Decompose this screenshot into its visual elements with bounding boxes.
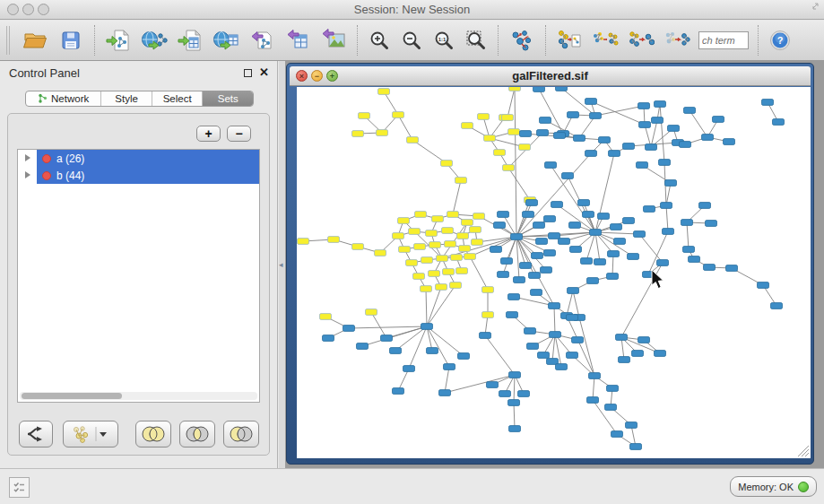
graph-node — [545, 162, 557, 169]
graph-node — [585, 151, 597, 157]
status-bar: Memory: OK — [0, 468, 824, 504]
venn-difference-button[interactable] — [223, 421, 259, 448]
graph-node — [607, 274, 619, 280]
control-panel-header: Control Panel ✕ — [0, 61, 277, 86]
network-graph[interactable] — [297, 87, 811, 458]
graph-node — [494, 222, 506, 229]
import-table-file-button[interactable] — [172, 22, 208, 58]
import-network-file-button[interactable] — [100, 22, 136, 58]
create-set-from-network-icon — [71, 425, 94, 443]
tab-style[interactable]: Style — [101, 91, 152, 106]
zoom-selected-button[interactable] — [460, 22, 492, 58]
graph-node — [451, 255, 463, 261]
graph-node — [590, 113, 602, 119]
import-table-url-button[interactable] — [208, 22, 244, 58]
remove-set-button[interactable]: − — [227, 126, 251, 142]
import-table-file-icon — [178, 29, 203, 52]
list-item[interactable]: a (26) — [18, 150, 259, 167]
graph-node — [657, 260, 669, 266]
graph-node — [680, 142, 691, 148]
graph-node — [464, 254, 476, 260]
disclosure-triangle-icon[interactable] — [25, 154, 30, 161]
help-icon: ? — [769, 30, 791, 51]
graph-node — [587, 278, 599, 284]
graph-node — [632, 351, 644, 357]
graph-node — [503, 165, 515, 171]
memory-status-button[interactable]: Memory: OK — [730, 476, 817, 497]
graph-node — [554, 133, 566, 139]
graph-node — [531, 290, 542, 296]
extract-set-button[interactable] — [19, 421, 53, 448]
zoom-out-icon — [401, 30, 422, 51]
apply-layout-icon — [509, 29, 534, 52]
network-tab-icon — [38, 93, 48, 104]
graph-node — [470, 227, 481, 233]
close-panel-icon[interactable]: ✕ — [259, 65, 269, 79]
open-session-button[interactable] — [17, 22, 53, 58]
graph-node — [375, 250, 386, 256]
export-network-button[interactable] — [244, 22, 280, 58]
merge-union-button[interactable] — [587, 22, 623, 58]
list-item[interactable]: b (44) — [18, 167, 259, 184]
add-set-button[interactable]: + — [196, 126, 221, 142]
venn-union-button[interactable] — [135, 421, 171, 448]
merge-difference-button[interactable] — [659, 22, 695, 58]
horizontal-scrollbar[interactable] — [20, 392, 257, 400]
zoom-in-button[interactable] — [363, 22, 395, 58]
graph-node — [427, 348, 438, 354]
panel-collapse-handle[interactable]: ◂ — [279, 61, 285, 468]
venn-intersection-button[interactable] — [179, 421, 215, 448]
float-panel-icon[interactable] — [244, 69, 252, 77]
merge-intersection-button[interactable] — [623, 22, 659, 58]
tab-network-label: Network — [51, 93, 89, 104]
zoom-fit-button[interactable]: 1:1 — [428, 22, 460, 58]
graph-node — [494, 150, 506, 156]
graph-node — [541, 267, 552, 274]
export-image-button[interactable] — [316, 22, 351, 58]
graph-node — [607, 386, 619, 392]
save-session-button[interactable] — [53, 22, 89, 58]
graph-node — [549, 303, 560, 309]
graph-node — [407, 137, 419, 143]
resize-grip-icon[interactable] — [798, 446, 809, 456]
export-table-button[interactable] — [280, 22, 316, 58]
scrollbar-thumb[interactable] — [22, 393, 122, 399]
graph-node — [414, 244, 426, 250]
graph-node — [514, 277, 525, 283]
zoom-out-button[interactable] — [395, 22, 428, 58]
tab-sets[interactable]: Sets — [203, 91, 253, 106]
graph-node — [482, 312, 494, 318]
window-title: Session: New Session — [0, 0, 824, 20]
graph-node — [626, 422, 638, 429]
graph-node — [699, 203, 711, 209]
graph-node — [462, 123, 473, 129]
import-network-url-button[interactable] — [136, 22, 172, 58]
tab-select[interactable]: Select — [152, 91, 204, 106]
set-label: a (26) — [56, 152, 84, 165]
import-table-url-icon — [213, 29, 239, 52]
graph-node — [499, 391, 511, 397]
graph-node — [683, 247, 695, 253]
network-window[interactable]: × − + galFiltered.sif — [286, 63, 814, 465]
checklist-icon — [13, 481, 26, 494]
graph-node — [630, 444, 642, 450]
graph-node — [684, 108, 696, 114]
graph-node — [568, 288, 579, 294]
import-network-file-icon — [106, 29, 131, 52]
help-button[interactable]: ? — [764, 22, 796, 58]
zoom-1to1-icon: 1:1 — [433, 30, 455, 51]
disclosure-triangle-icon[interactable] — [25, 171, 30, 178]
graph-node — [445, 241, 456, 248]
control-panel-title: Control Panel — [9, 66, 80, 80]
network-window-titlebar[interactable]: × − + galFiltered.sif — [290, 66, 811, 86]
apply-layout-button[interactable] — [504, 22, 540, 58]
create-set-split-button[interactable] — [63, 421, 118, 448]
copy-network-icon — [557, 29, 582, 52]
search-input[interactable] — [698, 31, 749, 49]
task-history-button[interactable] — [9, 477, 30, 498]
graph-node — [567, 315, 578, 321]
toolbar-separator — [94, 25, 95, 56]
tab-network[interactable]: Network — [26, 91, 101, 106]
graph-node — [532, 253, 543, 259]
copy-network-button[interactable] — [551, 22, 587, 58]
